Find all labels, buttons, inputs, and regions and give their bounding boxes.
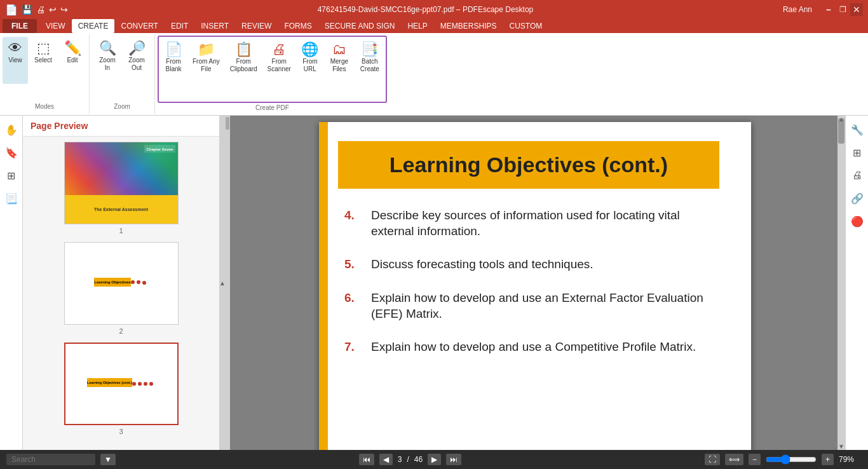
zoom-in-label: ZoomIn bbox=[99, 57, 116, 72]
search-input[interactable] bbox=[6, 454, 95, 465]
fit-page-button[interactable]: ⛶ bbox=[705, 454, 720, 465]
batch-create-button[interactable]: 📑 BatchCreate bbox=[355, 38, 384, 85]
preview-collapse-strip[interactable]: ▲ bbox=[220, 116, 225, 450]
from-blank-button[interactable]: 📄 FromBlank bbox=[160, 38, 187, 85]
from-scanner-icon: 🖨 bbox=[272, 41, 286, 58]
status-bar: ▼ ⏮ ◀ 3 / 46 ▶ ⏭ ⛶ ⟺ − + 79% bbox=[0, 450, 868, 469]
pdf-content-area: ▼ ▲ Learning Objectives (cont.) 4. Descr… bbox=[225, 116, 845, 450]
right-wrench-icon[interactable]: 🔧 bbox=[848, 121, 866, 139]
nav-last-button[interactable]: ⏭ bbox=[446, 454, 461, 465]
view-icon: 👁 bbox=[8, 40, 22, 57]
zoom-in-button[interactable]: 🔍 ZoomIn bbox=[93, 37, 121, 84]
page-thumb-1[interactable]: Chapter Seven The External Assessment bbox=[64, 142, 179, 224]
zoom-out-button[interactable]: 🔎 ZoomOut bbox=[123, 37, 151, 84]
create-menu[interactable]: CREATE bbox=[72, 19, 115, 33]
page-thumb-3[interactable]: Learning Objectives (cont.) bbox=[64, 343, 179, 425]
merge-files-button[interactable]: 🗂 MergeFiles bbox=[325, 38, 354, 85]
from-clipboard-button[interactable]: 📋 FromClipboard bbox=[226, 38, 262, 85]
view-menu[interactable]: VIEW bbox=[39, 19, 72, 33]
user-name: Rae Ann bbox=[783, 5, 812, 14]
from-clipboard-icon: 📋 bbox=[235, 41, 252, 58]
right-print-icon[interactable]: 🖨 bbox=[848, 167, 866, 184]
insert-menu[interactable]: INSERT bbox=[194, 19, 235, 33]
pdf-scrollbar[interactable]: ▼ ▲ bbox=[837, 116, 845, 450]
sidebar-icon-pages[interactable]: 📃 bbox=[3, 189, 20, 207]
sidebar-icon-layers[interactable]: ⊞ bbox=[3, 167, 20, 184]
edit-button[interactable]: ✏️ Edit bbox=[58, 37, 86, 84]
create-pdf-label: Create PDF bbox=[158, 103, 387, 112]
page-thumb-2[interactable]: Learning Objectives bbox=[64, 242, 179, 325]
ribbon: 👁 View ⬚ Select ✏️ Edit Modes 🔍 ZoomIn bbox=[0, 33, 868, 116]
restore-button[interactable]: ❐ bbox=[836, 3, 849, 16]
right-grid-icon[interactable]: ⊞ bbox=[848, 144, 866, 161]
batch-create-label: BatchCreate bbox=[360, 58, 379, 73]
zoom-out-icon: 🔎 bbox=[128, 40, 146, 57]
zoom-out-status-button[interactable]: − bbox=[749, 454, 761, 465]
from-any-file-button[interactable]: 📁 From AnyFile bbox=[188, 38, 224, 85]
search-dropdown-button[interactable]: ▼ bbox=[100, 454, 116, 465]
merge-files-icon: 🗂 bbox=[332, 41, 346, 58]
save-icon[interactable]: 💾 bbox=[22, 4, 32, 15]
window-controls[interactable]: – ❐ ✕ bbox=[822, 3, 863, 16]
right-link-icon[interactable]: 🔗 bbox=[848, 189, 866, 207]
close-button[interactable]: ✕ bbox=[850, 3, 863, 16]
zoom-out-label: ZoomOut bbox=[128, 57, 145, 72]
slide-point-6: 6. Explain how to develop and use an Ext… bbox=[344, 290, 713, 322]
sidebar-icon-hand[interactable]: ✋ bbox=[3, 121, 20, 139]
help-menu[interactable]: HELP bbox=[401, 19, 433, 33]
nav-next-button[interactable]: ▶ bbox=[428, 454, 441, 465]
fit-width-button[interactable]: ⟺ bbox=[725, 454, 743, 465]
from-url-icon: 🌐 bbox=[301, 41, 318, 58]
pdf-left-accent-bar bbox=[319, 122, 328, 450]
undo-icon[interactable]: ↩ bbox=[49, 4, 57, 15]
print-icon[interactable]: 🖨 bbox=[36, 4, 45, 15]
zoom-slider[interactable] bbox=[766, 454, 817, 465]
page-preview-title: Page Preview bbox=[23, 116, 219, 137]
edit-label: Edit bbox=[67, 57, 78, 64]
create-pdf-buttons: 📄 FromBlank 📁 From AnyFile 📋 FromClipboa… bbox=[160, 38, 384, 85]
point-7-num: 7. bbox=[344, 339, 363, 355]
zoom-level: 79% bbox=[839, 455, 862, 464]
select-label: Select bbox=[34, 57, 52, 64]
from-scanner-button[interactable]: 🖨 FromScanner bbox=[263, 38, 295, 85]
page-thumb-3-container: Learning Objectives (cont.) bbox=[64, 343, 179, 435]
slide-point-7: 7. Explain how to develop and use a Comp… bbox=[344, 339, 713, 355]
select-icon: ⬚ bbox=[37, 40, 50, 57]
status-bar-left: ▼ bbox=[6, 454, 116, 465]
pdf-page: Learning Objectives (cont.) 4. Describe … bbox=[319, 122, 751, 450]
slide-point-4: 4. Describe key sources of information u… bbox=[344, 208, 713, 239]
page-current: 3 bbox=[398, 455, 402, 464]
title-bar: 📄 💾 🖨 ↩ ↪ 476241549-David-SMCC16ge-ppt07… bbox=[0, 0, 868, 19]
redo-icon[interactable]: ↪ bbox=[60, 4, 68, 15]
minimize-button[interactable]: – bbox=[822, 3, 835, 16]
from-blank-icon: 📄 bbox=[165, 41, 182, 58]
zoom-in-icon: 🔍 bbox=[99, 40, 116, 57]
slide-content: 4. Describe key sources of information u… bbox=[338, 208, 719, 355]
file-menu[interactable]: FILE bbox=[3, 19, 37, 33]
page-total: 46 bbox=[414, 455, 423, 464]
right-stamp-icon[interactable]: 🔴 bbox=[848, 212, 866, 230]
point-5-num: 5. bbox=[344, 257, 363, 273]
nav-first-button[interactable]: ⏮ bbox=[359, 454, 374, 465]
custom-menu[interactable]: CUSTOM bbox=[503, 19, 549, 33]
page-num-2: 2 bbox=[119, 327, 123, 335]
right-panel: 🔧 ⊞ 🖨 🔗 🔴 bbox=[845, 116, 868, 450]
batch-create-icon: 📑 bbox=[361, 41, 378, 58]
from-clipboard-label: FromClipboard bbox=[230, 58, 257, 73]
forms-menu[interactable]: FORMS bbox=[278, 19, 318, 33]
view-button[interactable]: 👁 View bbox=[3, 37, 28, 84]
nav-prev-button[interactable]: ◀ bbox=[379, 454, 393, 465]
sidebar-icon-bookmark[interactable]: 🔖 bbox=[3, 144, 20, 161]
secure-sign-menu[interactable]: SECURE AND SIGN bbox=[318, 19, 402, 33]
convert-menu[interactable]: CONVERT bbox=[114, 19, 164, 33]
from-url-button[interactable]: 🌐 FromURL bbox=[297, 38, 323, 85]
merge-files-label: MergeFiles bbox=[330, 58, 348, 73]
review-menu[interactable]: REVIEW bbox=[235, 19, 278, 33]
left-scrollbar[interactable] bbox=[225, 116, 230, 450]
view-label: View bbox=[8, 57, 22, 64]
memberships-menu[interactable]: MEMBERSHIPS bbox=[434, 19, 503, 33]
zoom-in-status-button[interactable]: + bbox=[822, 454, 834, 465]
edit-menu[interactable]: EDIT bbox=[165, 19, 194, 33]
select-button[interactable]: ⬚ Select bbox=[29, 37, 57, 84]
slide-point-5: 5. Discuss forecasting tools and techniq… bbox=[344, 257, 713, 273]
